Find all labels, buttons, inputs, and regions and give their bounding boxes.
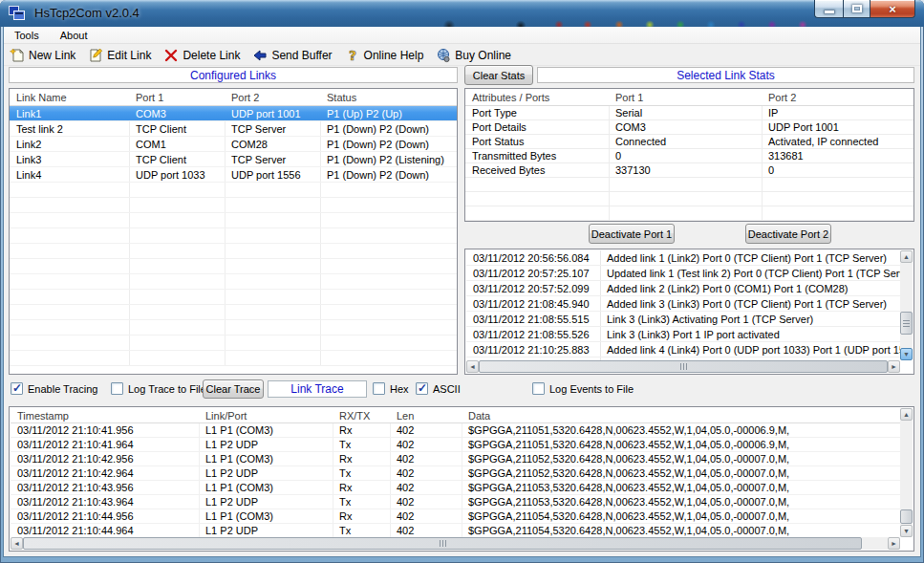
link-row[interactable]: Link1COM3UDP port 1001P1 (Up) P2 (Up) xyxy=(10,106,457,121)
cell: $GPGGA,211054,5320.6428,N,00623.4552,W,1… xyxy=(462,510,900,522)
enable-tracing-checkbox[interactable] xyxy=(11,382,23,395)
stats-row[interactable]: Transmitted Bytes0313681 xyxy=(465,149,913,163)
trace-vertical-scrollbar[interactable]: ▲ ▼ xyxy=(900,408,913,537)
stats-row[interactable]: Port DetailsCOM3UDP Port 1001 xyxy=(465,120,913,135)
ascii-option[interactable]: ASCII xyxy=(416,382,461,395)
column-header[interactable]: Port 1 xyxy=(609,92,762,103)
column-header[interactable]: Port 1 xyxy=(129,92,225,103)
send-buffer-button[interactable]: Send Buffer xyxy=(252,48,332,63)
trace-row[interactable]: 03/11/2012 21:10:43.956L1 P1 (COM3)Rx402… xyxy=(11,481,900,495)
event-log-vertical-scrollbar[interactable]: ▲ ▼ xyxy=(900,250,913,360)
log-trace-option[interactable]: Log Trace to File xyxy=(111,382,206,395)
link-row[interactable]: Link4UDP port 1033UDP port 1556P1 (Down)… xyxy=(10,167,457,183)
event-row[interactable]: 03/11/2012 21:10:25.883Added link 4 (Lin… xyxy=(466,342,900,357)
column-header[interactable]: Status xyxy=(320,92,457,103)
column-header[interactable]: Port 2 xyxy=(225,92,320,103)
maximize-button[interactable] xyxy=(843,0,870,18)
scroll-left-button[interactable]: ◄ xyxy=(11,537,23,550)
event-row[interactable]: 03/11/2012 21:08:55.515Link 3 (Link3) Ac… xyxy=(466,312,900,327)
close-button[interactable]: × xyxy=(870,0,915,18)
buy-online-button[interactable]: Buy Online xyxy=(436,48,511,63)
app-icon[interactable] xyxy=(9,6,25,21)
stats-row[interactable]: Port TypeSerialIP xyxy=(465,106,913,120)
scroll-left-button[interactable]: ◄ xyxy=(466,360,479,373)
event-log-horizontal-scrollbar[interactable]: ◄ ► xyxy=(466,360,900,373)
column-header[interactable]: Link/Port xyxy=(199,410,333,422)
trace-row[interactable]: 03/11/2012 21:10:41.956L1 P1 (COM3)Rx402… xyxy=(11,423,900,438)
column-header[interactable]: Port 2 xyxy=(762,92,913,103)
online-help-icon: ? xyxy=(345,48,360,63)
scroll-up-button[interactable]: ▲ xyxy=(900,250,913,263)
column-header[interactable]: Timestamp xyxy=(11,410,199,422)
column-header[interactable]: Len xyxy=(390,410,462,422)
scroll-down-button[interactable]: ▼ xyxy=(900,525,913,537)
clear-stats-button[interactable]: Clear Stats xyxy=(464,65,533,85)
column-header[interactable]: Attributes / Ports xyxy=(465,92,609,103)
trace-row[interactable]: 03/11/2012 21:10:41.964L1 P2 UDPTx402$GP… xyxy=(11,438,900,452)
clear-trace-button[interactable]: Clear Trace xyxy=(203,379,264,399)
delete-link-button[interactable]: Delete Link xyxy=(163,48,240,63)
event-log: 03/11/2012 20:56:56.084Added link 1 (Lin… xyxy=(464,249,914,375)
event-row[interactable]: 03/11/2012 20:57:52.099Added link 2 (Lin… xyxy=(466,281,900,296)
selected-link-stats-title: Selected Link Stats xyxy=(677,69,775,82)
column-header[interactable]: Link Name xyxy=(10,92,129,103)
title-bar[interactable]: HsTcp2Com v2.0.4 × xyxy=(0,0,924,27)
hex-option[interactable]: Hex xyxy=(373,382,409,395)
link-row[interactable]: Link2COM1COM28P1 (Down) P2 (Down) xyxy=(10,137,457,152)
cell: 03/11/2012 21:10:44.956 xyxy=(11,510,199,522)
scroll-thumb[interactable] xyxy=(900,312,913,335)
clear-stats-label: Clear Stats xyxy=(473,70,525,81)
cell: P1 (Down) P2 (Down) xyxy=(320,123,457,135)
hex-checkbox[interactable] xyxy=(373,382,385,395)
scroll-thumb[interactable] xyxy=(23,537,862,550)
cell: UDP port 1001 xyxy=(225,108,320,119)
link-row[interactable]: Test link 2TCP ClientTCP ServerP1 (Down)… xyxy=(10,121,457,137)
cell: 402 xyxy=(390,482,462,493)
trace-row[interactable]: 03/11/2012 21:10:44.956L1 P1 (COM3)Rx402… xyxy=(11,509,900,524)
trace-row[interactable]: 03/11/2012 21:10:42.956L1 P1 (COM3)Rx402… xyxy=(11,452,900,466)
trace-row[interactable]: 03/11/2012 21:10:42.964L1 P2 UDPTx402$GP… xyxy=(11,466,900,481)
column-header[interactable]: Data xyxy=(462,410,900,422)
event-row[interactable]: 03/11/2012 21:08:45.940Added link 3 (Lin… xyxy=(466,296,900,312)
trace-row[interactable]: 03/11/2012 21:10:43.964L1 P2 UDPTx402$GP… xyxy=(11,495,900,509)
cell: Link3 xyxy=(10,154,129,165)
cell: UDP port 1556 xyxy=(225,169,320,181)
scroll-thumb[interactable] xyxy=(900,509,913,524)
menu-tools[interactable]: Tools xyxy=(11,29,43,42)
scroll-up-button[interactable]: ▲ xyxy=(900,408,913,421)
event-row[interactable]: 03/11/2012 20:57:25.107Updated link 1 (T… xyxy=(466,266,900,281)
log-trace-checkbox[interactable] xyxy=(111,382,123,395)
cell: COM3 xyxy=(129,108,225,119)
edit-link-button[interactable]: Edit Link xyxy=(88,48,151,63)
scroll-thumb[interactable] xyxy=(479,360,888,373)
column-header[interactable]: RX/TX xyxy=(333,410,390,422)
scroll-down-button[interactable]: ▼ xyxy=(900,348,913,360)
trace-horizontal-scrollbar[interactable]: ◄ ► xyxy=(11,537,900,550)
enable-tracing-option[interactable]: Enable Tracing xyxy=(11,382,97,395)
event-row[interactable]: 03/11/2012 21:08:55.526Link 3 (Link3) Po… xyxy=(466,327,900,342)
event-row[interactable]: 03/11/2012 20:56:56.084Added link 1 (Lin… xyxy=(466,250,900,266)
ascii-checkbox[interactable] xyxy=(416,382,428,395)
deactivate-port2-button[interactable]: Deactivate Port 2 xyxy=(745,224,831,244)
link-row[interactable]: Link3TCP ClientTCP ServerP1 (Down) P2 (L… xyxy=(10,152,457,167)
minimize-button[interactable] xyxy=(814,0,843,18)
toolbar-label: Buy Online xyxy=(455,49,511,62)
scroll-right-button[interactable]: ► xyxy=(888,537,900,550)
cell: UDP Port 1001 xyxy=(762,121,913,133)
deactivate-port1-button[interactable]: Deactivate Port 1 xyxy=(589,224,675,244)
trace-row[interactable]: 03/11/2012 21:10:44.964L1 P2 UDPTx402$GP… xyxy=(11,524,900,538)
new-link-button[interactable]: New Link xyxy=(10,48,75,63)
cell: Rx xyxy=(333,482,390,493)
cell: $GPGGA,211051,5320.6428,N,00623.4552,W,1… xyxy=(462,424,900,436)
link-row xyxy=(10,244,457,259)
log-events-checkbox[interactable] xyxy=(532,382,545,395)
cell: Port Type xyxy=(465,107,609,119)
online-help-button[interactable]: ? Online Help xyxy=(345,48,424,63)
stats-row[interactable]: Port StatusConnectedActivated, IP connec… xyxy=(465,135,913,149)
cell: P1 (Down) P2 (Down) xyxy=(320,169,457,181)
scroll-right-button[interactable]: ► xyxy=(888,360,900,373)
stats-row[interactable]: Received Bytes3371300 xyxy=(465,163,913,178)
log-events-option[interactable]: Log Events to File xyxy=(532,382,634,395)
menu-about[interactable]: About xyxy=(56,29,92,42)
link-row xyxy=(10,274,457,290)
